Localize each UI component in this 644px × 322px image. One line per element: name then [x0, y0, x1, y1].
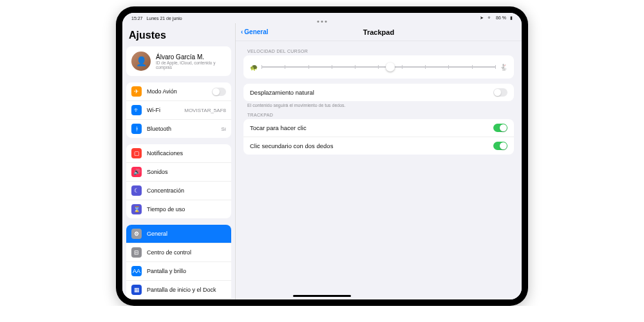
sidebar-item-label: Pantalla de inicio y el Dock [147, 287, 226, 293]
secondary-click-toggle[interactable] [493, 142, 507, 150]
trackpad-header: TRACKPAD [243, 108, 514, 119]
homescreen-icon: ▦ [131, 285, 142, 295]
main-header: ‹ General Trackpad [236, 23, 522, 41]
wifi-status-icon: ᯤ [488, 15, 492, 20]
multitask-dots[interactable] [317, 21, 327, 23]
focus-icon: ☾ [131, 185, 142, 196]
slider-knob[interactable] [386, 62, 395, 71]
general-group: ⚙General⊟Centro de controlAAPantalla y b… [126, 225, 231, 299]
page-title: Trackpad [363, 28, 394, 36]
natural-scroll-toggle[interactable] [493, 88, 507, 97]
tap-to-click-label: Tocar para hacer clic [250, 124, 493, 131]
sidebar-item-centro-de-control[interactable]: ⊟Centro de control [126, 243, 231, 262]
sidebar-toggle[interactable] [212, 88, 226, 96]
profile-card[interactable]: 👤 Álvaro García M. ID de Apple, iCloud, … [126, 46, 231, 76]
ipad-frame: 15:27 Lunes 21 de junio ➤ ᯤ 86 % ▮ Ajust… [116, 6, 528, 306]
general-icon: ⚙ [131, 229, 142, 239]
bluetooth-icon: ᚼ [131, 124, 142, 134]
scroll-footer: El contenido seguirá el movimiento de tu… [243, 101, 514, 108]
sidebar-item-label: Pantalla y brillo [147, 268, 226, 274]
cursor-speed-header: VELOCIDAD DEL CURSOR [243, 44, 514, 55]
sidebar-item-label: Tiempo de uso [147, 206, 226, 213]
location-icon: ➤ [480, 15, 484, 20]
chevron-left-icon: ‹ [241, 28, 243, 35]
sidebar-item-label: Modo Avión [147, 88, 212, 95]
display-icon: AA [131, 266, 142, 276]
tap-to-click-row[interactable]: Tocar para hacer clic [243, 119, 514, 137]
screentime-icon: ⌛ [131, 204, 142, 214]
sidebar-item-pantalla-de-inicio-y-el-dock[interactable]: ▦Pantalla de inicio y el Dock [126, 281, 231, 299]
status-date: Lunes 21 de junio [146, 16, 182, 21]
sidebar-item-concentración[interactable]: ☾Concentración [126, 182, 231, 200]
settings-sidebar[interactable]: Ajustes 👤 Álvaro García M. ID de Apple, … [122, 23, 235, 299]
sidebar-item-label: Concentración [147, 187, 226, 194]
natural-scroll-label: Desplazamiento natural [250, 89, 493, 96]
sidebar-item-general[interactable]: ⚙General [126, 225, 231, 243]
battery-icon: ▮ [510, 15, 513, 20]
sidebar-item-sonidos[interactable]: 🔊Sonidos [126, 163, 231, 182]
sidebar-item-modo-avión[interactable]: ✈Modo Avión [126, 82, 231, 101]
status-time: 15:27 [131, 16, 143, 21]
notifications-group: ▢Notificaciones🔊Sonidos☾Concentración⌛Ti… [126, 144, 231, 218]
sidebar-item-label: Wi-Fi [147, 107, 184, 113]
sounds-icon: 🔊 [131, 167, 142, 177]
tap-to-click-toggle[interactable] [493, 124, 507, 132]
sidebar-item-label: Centro de control [147, 249, 226, 256]
avatar: 👤 [131, 52, 151, 71]
back-button[interactable]: ‹ General [241, 28, 269, 35]
sidebar-item-tiempo-de-uso[interactable]: ⌛Tiempo de uso [126, 200, 231, 218]
sidebar-item-label: Bluetooth [147, 126, 221, 132]
back-label: General [244, 28, 268, 35]
sidebar-item-value: Sí [221, 126, 226, 132]
rabbit-icon: 🐇 [500, 64, 507, 71]
sidebar-item-bluetooth[interactable]: ᚼBluetoothSí [126, 120, 231, 138]
cursor-speed-card: 🐢 🐇 [243, 55, 514, 79]
home-indicator[interactable] [293, 295, 351, 297]
sidebar-title: Ajustes [129, 30, 231, 41]
ipad-screen: 15:27 Lunes 21 de junio ➤ ᯤ 86 % ▮ Ajust… [122, 13, 522, 299]
notifications-icon: ▢ [131, 148, 142, 158]
control-center-icon: ⊟ [131, 247, 142, 258]
airplane-icon: ✈ [131, 86, 142, 97]
sidebar-item-label: General [147, 231, 226, 237]
sidebar-item-label: Notificaciones [147, 150, 226, 156]
network-group: ✈Modo AviónᯤWi-FiMOVISTAR_5AF8ᚼBluetooth… [126, 82, 231, 138]
sidebar-item-wi-fi[interactable]: ᯤWi-FiMOVISTAR_5AF8 [126, 101, 231, 120]
main-panel: ‹ General Trackpad VELOCIDAD DEL CURSOR … [235, 23, 522, 299]
secondary-click-label: Clic secundario con dos dedos [250, 142, 493, 149]
natural-scroll-row[interactable]: Desplazamiento natural [243, 84, 514, 101]
profile-subtitle: ID de Apple, iCloud, contenido y compras [156, 61, 226, 70]
battery-percent: 86 % [496, 15, 506, 20]
turtle-icon: 🐢 [250, 64, 258, 71]
secondary-click-row[interactable]: Clic secundario con dos dedos [243, 137, 514, 155]
sidebar-item-notificaciones[interactable]: ▢Notificaciones [126, 144, 231, 163]
wifi-icon: ᯤ [131, 105, 142, 115]
sidebar-item-label: Sonidos [147, 169, 226, 175]
cursor-speed-slider[interactable] [261, 62, 496, 72]
profile-name: Álvaro García M. [156, 53, 226, 61]
sidebar-item-value: MOVISTAR_5AF8 [184, 108, 226, 113]
sidebar-item-pantalla-y-brillo[interactable]: AAPantalla y brillo [126, 262, 231, 281]
scroll-card: Desplazamiento natural [243, 84, 514, 101]
trackpad-card: Tocar para hacer clic Clic secundario co… [243, 119, 514, 155]
